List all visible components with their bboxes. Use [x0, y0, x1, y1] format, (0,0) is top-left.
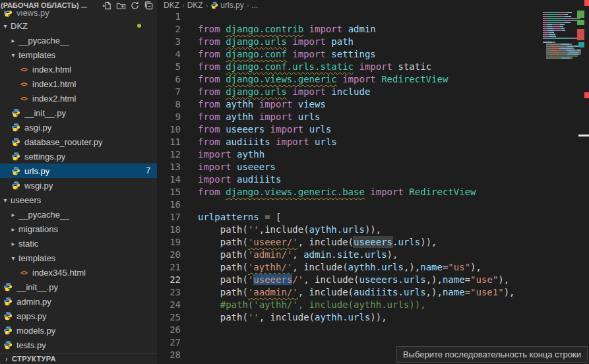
- breadcrumb-item[interactable]: DKZ: [164, 1, 179, 10]
- refresh-icon[interactable]: [129, 0, 140, 11]
- tree-file-urls-py[interactable]: urls.py7: [0, 164, 157, 178]
- new-file-icon[interactable]: [101, 0, 113, 11]
- code-line-14[interactable]: 14import audiiits: [157, 173, 589, 186]
- tree-folder-templates[interactable]: ▾templates: [0, 251, 157, 265]
- code-line-20[interactable]: 20 path('admin/', admin.site.urls),: [157, 249, 589, 261]
- line-number[interactable]: 6: [157, 73, 181, 86]
- line-number[interactable]: 2: [157, 23, 181, 36]
- line-number[interactable]: 19: [157, 236, 181, 249]
- line-number[interactable]: 14: [157, 173, 181, 186]
- minimap[interactable]: [543, 10, 581, 65]
- new-folder-icon[interactable]: [115, 0, 127, 11]
- line-number[interactable]: 1: [157, 11, 181, 23]
- line-number[interactable]: 28: [157, 349, 181, 361]
- line-number[interactable]: 12: [157, 148, 181, 161]
- code-line-12[interactable]: 12import aythh: [157, 148, 589, 161]
- code-line-6[interactable]: 6from django.views.generic import Redire…: [157, 73, 589, 86]
- line-number[interactable]: 7: [157, 86, 181, 98]
- tree-file-index1-html[interactable]: <>index1.html: [0, 76, 157, 91]
- code-line-1[interactable]: 1: [157, 11, 589, 23]
- line-number[interactable]: 27: [157, 336, 181, 349]
- tree-file-admin-py[interactable]: admin.py: [0, 294, 157, 309]
- line-number[interactable]: 11: [157, 136, 181, 148]
- code-area[interactable]: 12from django.contrib import admin3from …: [157, 11, 589, 361]
- code-line-23[interactable]: 23 path('aadmin/', include(audiiits.urls…: [157, 286, 589, 299]
- tree-folder-static[interactable]: ▸static: [0, 236, 157, 251]
- html-file-icon: <>: [18, 93, 29, 104]
- tree-file-index2-html[interactable]: <>index2.html: [0, 91, 157, 106]
- code-line-15[interactable]: 15from django.views.generic.base import …: [157, 186, 589, 198]
- tree-file-index345-html[interactable]: <>index345.html: [0, 265, 157, 280]
- code-line-13[interactable]: 13import useeers: [157, 161, 589, 173]
- line-number[interactable]: 8: [157, 98, 181, 111]
- tree-file-init-py[interactable]: __init__.py: [0, 106, 157, 120]
- breadcrumb-item[interactable]: urls.py: [210, 1, 243, 10]
- code-line-26[interactable]: 26: [157, 324, 589, 336]
- tree-file-tests-py[interactable]: tests.py: [0, 338, 157, 352]
- code-line-4[interactable]: 4from django.conf import settings: [157, 48, 589, 61]
- code-line-3[interactable]: 3from django.urls import path: [157, 36, 589, 48]
- file-label: templates: [18, 50, 55, 60]
- explorer-sidebar: (РАБОЧАЯ ОБЛАСТЬ) ... views.py▾DKZ▸__pyc…: [0, 0, 157, 364]
- tree-folder-pycache[interactable]: ▸__pycache__: [0, 207, 157, 222]
- line-number[interactable]: 22: [157, 274, 181, 286]
- line-number[interactable]: 4: [157, 48, 181, 61]
- code-line-11[interactable]: 11from audiiits import urls: [157, 136, 589, 148]
- line-number[interactable]: 20: [157, 249, 181, 261]
- line-number[interactable]: 16: [157, 198, 181, 211]
- gutter-space: [181, 36, 198, 48]
- line-number[interactable]: 15: [157, 186, 181, 198]
- code-line-2[interactable]: 2from django.contrib import admin: [157, 23, 589, 36]
- tree-folder-useeers[interactable]: ▾useeers: [0, 193, 157, 207]
- line-number[interactable]: 17: [157, 211, 181, 224]
- tree-folder-migrations[interactable]: ▸migrations: [0, 222, 157, 236]
- line-number[interactable]: 26: [157, 324, 181, 336]
- tree-file-wsgi-py[interactable]: wsgi.py: [0, 178, 157, 193]
- tree-file-asgi-py[interactable]: asgi.py: [0, 120, 157, 135]
- line-number[interactable]: 13: [157, 161, 181, 173]
- breadcrumb-item[interactable]: ...: [251, 1, 258, 10]
- tree-folder-dkz[interactable]: ▾DKZ: [0, 18, 157, 33]
- line-number[interactable]: 25: [157, 311, 181, 324]
- tree-file-models-py[interactable]: models.py: [0, 323, 157, 338]
- code-line-10[interactable]: 10from useeers import urls: [157, 123, 589, 136]
- line-text: path('admin/', admin.site.urls),: [198, 249, 398, 261]
- workspace-section-header[interactable]: (РАБОЧАЯ ОБЛАСТЬ) ...: [0, 0, 157, 11]
- code-line-9[interactable]: 9from aythh import urls: [157, 111, 589, 123]
- tree-file-apps-py[interactable]: apps.py: [0, 309, 157, 323]
- breadcrumb-item[interactable]: DKZ: [187, 1, 203, 10]
- python-file-icon: [11, 136, 21, 147]
- overview-ruler-mark: [577, 11, 584, 18]
- line-number[interactable]: 3: [157, 36, 181, 48]
- line-number[interactable]: 9: [157, 111, 181, 123]
- line-number[interactable]: 24: [157, 299, 181, 311]
- code-line-24[interactable]: 24 #path('aythh/', include(aythh.urls)),: [157, 299, 589, 311]
- code-line-25[interactable]: 25 path('', include(aythh.urls)),: [157, 311, 589, 324]
- code-line-17[interactable]: 17urlpatterns = [: [157, 211, 589, 224]
- outline-section-header[interactable]: › СТРУКТУРА: [0, 353, 157, 364]
- tree-file-settings-py[interactable]: settings.py: [0, 149, 157, 164]
- line-number[interactable]: 5: [157, 61, 181, 73]
- collapse-all-icon[interactable]: [142, 0, 154, 11]
- line-number[interactable]: 21: [157, 261, 181, 274]
- code-line-16[interactable]: 16: [157, 198, 589, 211]
- code-line-21[interactable]: 21 path('aythh/', include(aythh.urls,),n…: [157, 261, 589, 274]
- tree-folder-templates[interactable]: ▾templates: [0, 47, 157, 62]
- line-number[interactable]: 18: [157, 224, 181, 236]
- overview-ruler-mark: [578, 42, 584, 47]
- code-line-5[interactable]: 5from django.conf.urls.static import sta…: [157, 61, 589, 73]
- tree-file-init-py[interactable]: __init__.py: [0, 280, 157, 294]
- line-number[interactable]: 10: [157, 123, 181, 136]
- line-number[interactable]: 23: [157, 286, 181, 299]
- tree-file-index-html[interactable]: <>index.html: [0, 62, 157, 76]
- chevron-down-icon: ▾: [0, 22, 11, 30]
- python-file-icon: [3, 325, 13, 336]
- code-line-8[interactable]: 8from aythh import views: [157, 98, 589, 111]
- code-line-22[interactable]: 22 path('useeers/', include(useeers.urls…: [157, 274, 589, 286]
- tree-folder-pycache[interactable]: ▸__pycache__: [0, 33, 157, 47]
- code-line-18[interactable]: 18 path('',include(aythh.urls)),: [157, 224, 589, 236]
- tree-file-views-py[interactable]: views.py: [0, 11, 157, 18]
- code-line-19[interactable]: 19 path('useeer/', include(useeers.urls)…: [157, 236, 589, 249]
- tree-file-database-roouter-py[interactable]: database_roouter.py: [0, 135, 157, 149]
- code-line-7[interactable]: 7from django.urls import include: [157, 86, 589, 98]
